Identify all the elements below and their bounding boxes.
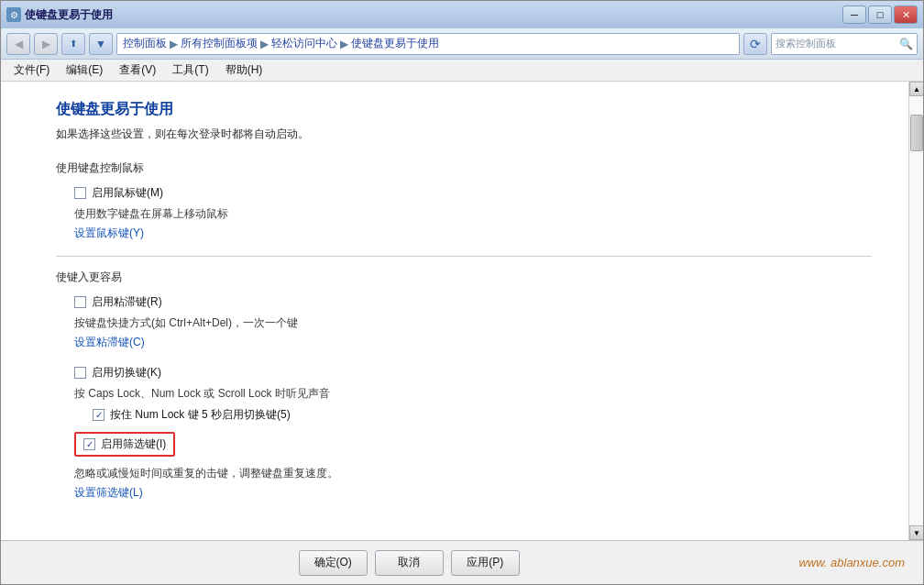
checkbox4-row: 按住 Num Lock 键 5 秒启用切换键(5)	[93, 407, 872, 423]
desc1-text: 使用数字键盘在屏幕上移动鼠标	[74, 206, 872, 222]
window-icon: ⚙	[6, 7, 21, 22]
scrollbar: ▲ ▼	[908, 82, 923, 540]
breadcrumb-item-2[interactable]: 所有控制面板项	[181, 36, 258, 51]
content-panel: 使键盘更易于使用 如果选择这些设置，则在每次登录时都将自动启动。 使用键盘控制鼠…	[1, 82, 908, 540]
checkbox1-label: 启用鼠标键(M)	[92, 185, 163, 201]
checkbox-filter-keys[interactable]	[83, 438, 95, 450]
search-bar[interactable]: 搜索控制面板 🔍	[771, 33, 918, 55]
cancel-button[interactable]: 取消	[375, 550, 444, 576]
checkbox3-label: 启用切换键(K)	[92, 365, 161, 381]
desc5-text: 忽略或减慢短时间或重复的击键，调整键盘重复速度。	[74, 466, 872, 481]
section1-title: 使用键盘控制鼠标	[56, 160, 872, 176]
checkbox-toggle-keys[interactable]	[74, 367, 86, 379]
menu-view[interactable]: 查看(V)	[112, 61, 163, 80]
close-button[interactable]: ✕	[894, 6, 918, 24]
back-button[interactable]: ◀	[6, 33, 30, 55]
minimize-button[interactable]: ─	[842, 6, 866, 24]
checkbox3-row: 启用切换键(K)	[56, 365, 872, 381]
menubar: 文件(F) 编辑(E) 查看(V) 工具(T) 帮助(H)	[1, 60, 923, 82]
main-window: ⚙ 使键盘更易于使用 ─ □ ✕ ◀ ▶ ⬆ ▼ 控制面板 ▶ 所有控制面板项 …	[0, 0, 924, 585]
checkbox-numlock-5sec[interactable]	[93, 409, 104, 421]
breadcrumb-item-4[interactable]: 使键盘更易于使用	[351, 36, 439, 51]
breadcrumb[interactable]: 控制面板 ▶ 所有控制面板项 ▶ 轻松访问中心 ▶ 使键盘更易于使用	[116, 33, 740, 55]
scroll-up-button[interactable]: ▲	[909, 82, 923, 96]
menu-edit[interactable]: 编辑(E)	[59, 61, 110, 80]
section2-title: 使键入更容易	[56, 270, 872, 285]
menu-help[interactable]: 帮助(H)	[218, 61, 270, 80]
scroll-down-button[interactable]: ▼	[909, 525, 923, 540]
menu-file[interactable]: 文件(F)	[6, 61, 57, 80]
checkbox4-label: 按住 Num Lock 键 5 秒启用切换键(5)	[110, 407, 291, 423]
checkbox2-label: 启用粘滞键(R)	[92, 294, 162, 310]
page-subtitle: 如果选择这些设置，则在每次登录时都将自动启动。	[56, 127, 872, 142]
checkbox-sticky-keys[interactable]	[74, 296, 86, 308]
link-filter-keys[interactable]: 设置筛选键(L)	[74, 485, 872, 501]
breadcrumb-sep-1: ▶	[170, 38, 178, 50]
link-mouse-keys[interactable]: 设置鼠标键(Y)	[74, 226, 872, 241]
menu-tools[interactable]: 工具(T)	[165, 61, 215, 80]
recent-button[interactable]: ▼	[89, 33, 113, 55]
desc2-text: 按键盘快捷方式(如 Ctrl+Alt+Del)，一次一个键	[74, 315, 872, 331]
watermark: www. ablanxue.com	[798, 556, 905, 569]
main-area: 使键盘更易于使用 如果选择这些设置，则在每次登录时都将自动启动。 使用键盘控制鼠…	[1, 82, 923, 540]
titlebar-controls: ─ □ ✕	[842, 6, 918, 24]
confirm-button[interactable]: 确定(O)	[299, 550, 368, 576]
breadcrumb-item-1[interactable]: 控制面板	[123, 36, 167, 51]
window-title: 使键盘更易于使用	[25, 7, 113, 23]
bottom-buttons: 确定(O) 取消 应用(P)	[299, 550, 520, 576]
titlebar-left: ⚙ 使键盘更易于使用	[6, 7, 113, 23]
titlebar: ⚙ 使键盘更易于使用 ─ □ ✕	[1, 1, 923, 28]
link-sticky-keys[interactable]: 设置粘滞键(C)	[74, 335, 872, 350]
breadcrumb-sep-3: ▶	[340, 38, 348, 50]
maximize-button[interactable]: □	[868, 6, 892, 24]
desc3-text: 按 Caps Lock、Num Lock 或 Scroll Lock 时听见声音	[74, 386, 872, 402]
breadcrumb-item-3[interactable]: 轻松访问中心	[271, 36, 337, 51]
scroll-track[interactable]	[909, 96, 923, 525]
search-placeholder: 搜索控制面板	[776, 37, 836, 50]
checkbox5-label: 启用筛选键(I)	[101, 436, 166, 452]
divider1	[56, 256, 872, 257]
bottom-bar: 确定(O) 取消 应用(P) www. ablanxue.com	[1, 540, 923, 584]
breadcrumb-sep-2: ▶	[260, 38, 269, 50]
apply-button[interactable]: 应用(P)	[451, 550, 520, 576]
checkbox1-row: 启用鼠标键(M)	[56, 185, 872, 201]
checkbox2-row: 启用粘滞键(R)	[56, 294, 872, 310]
search-icon[interactable]: 🔍	[899, 38, 913, 50]
scroll-thumb[interactable]	[910, 115, 923, 151]
filter-keys-highlight-box: 启用筛选键(I)	[74, 432, 175, 457]
forward-button[interactable]: ▶	[34, 33, 58, 55]
checkbox-mouse-keys[interactable]	[74, 187, 86, 199]
refresh-button[interactable]: ⟳	[743, 33, 767, 55]
addressbar: ◀ ▶ ⬆ ▼ 控制面板 ▶ 所有控制面板项 ▶ 轻松访问中心 ▶ 使键盘更易于…	[1, 28, 923, 60]
up-button[interactable]: ⬆	[61, 33, 85, 55]
page-title: 使键盘更易于使用	[56, 100, 872, 119]
